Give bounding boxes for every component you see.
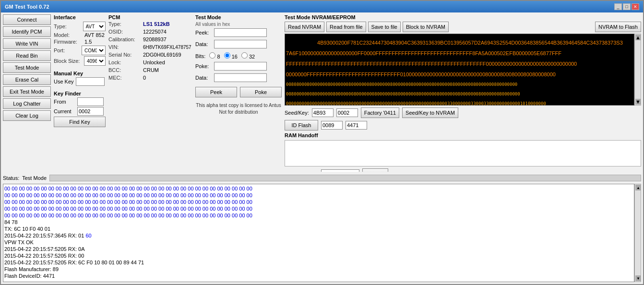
- find-key-button[interactable]: Find Key: [54, 117, 106, 127]
- ram-handoff-label: RAM Handoff: [285, 132, 641, 138]
- log-scroll-down[interactable]: ▼: [635, 275, 641, 281]
- nvram-scroll-down[interactable]: ▼: [635, 99, 641, 105]
- use-key-input[interactable]: [76, 77, 105, 86]
- erase-cal-button[interactable]: Erase Cal: [3, 74, 51, 85]
- read-from-file-button[interactable]: Read from file: [326, 22, 366, 32]
- poke-data-input[interactable]: [214, 73, 267, 82]
- pcm-calibration-value: 92088937: [143, 36, 167, 42]
- identify-pcm-button[interactable]: Identify PCM: [3, 26, 51, 37]
- current-input[interactable]: [77, 107, 104, 116]
- window-title: GM Test Tool 0.72: [5, 4, 49, 10]
- list-item: 00 00 00 00 00 00 00 00 00 00 00 00 00 0…: [4, 185, 633, 192]
- close-button[interactable]: ✕: [632, 3, 639, 10]
- maximize-button[interactable]: □: [623, 3, 631, 10]
- pcm-lock-value: Unlocked: [143, 59, 165, 65]
- interface-label: Interface: [54, 14, 106, 20]
- nvram-scroll-up[interactable]: ▲: [635, 35, 641, 40]
- pcm-label: PCM: [108, 14, 192, 20]
- from-input[interactable]: [77, 97, 104, 106]
- bit16-label[interactable]: 16: [224, 52, 238, 59]
- log-chatter-button[interactable]: Log Chatter: [3, 98, 51, 109]
- execute-button[interactable]: Execute: [362, 168, 388, 172]
- minimize-button[interactable]: _: [614, 3, 622, 10]
- manual-key-label: Manual Key: [54, 71, 106, 76]
- log-highlight: 60: [85, 233, 91, 238]
- pcm-bcc-value: CRUM: [143, 67, 159, 73]
- titlebar-buttons: _ □ ✕: [614, 3, 639, 10]
- port-label: Port:: [54, 48, 80, 53]
- id-flash-val2-input[interactable]: [346, 121, 367, 130]
- block-size-select[interactable]: 4096: [84, 56, 106, 66]
- exit-test-mode-button[interactable]: Exit Test Mode: [3, 86, 51, 97]
- factory-0411-button[interactable]: Factory '0411: [361, 107, 399, 118]
- seed-key-section: Seed/Key: Factory '0411 Seed/Key to NVRA…: [285, 107, 641, 118]
- list-item: 84 78: [4, 219, 633, 226]
- test-mode-button[interactable]: Test Mode: [3, 62, 51, 73]
- log-scroll-up[interactable]: ▲: [635, 185, 641, 190]
- current-label: Current: [54, 108, 75, 114]
- read-bin-button[interactable]: Read Bin: [3, 50, 51, 61]
- pcm-section: PCM Type: LS1 512kB OSID: 12225074 Calib…: [108, 14, 192, 172]
- port-select[interactable]: COM3: [82, 46, 106, 55]
- pcm-vin-value: 6H8VTK69FXL478757: [143, 45, 191, 50]
- list-item: 2015-04-22 20:15:57:3645 RX: 01 60: [4, 232, 633, 239]
- peek-button[interactable]: Peek: [195, 87, 237, 97]
- test-mode-section: Test Mode All values in hex Peek: Data: …: [195, 14, 282, 172]
- nvram-display: 4B93000200F781C232444730483904C363931363…: [285, 34, 634, 106]
- hex-note: All values in hex: [195, 22, 282, 27]
- load-address-label: Load Address:: [285, 171, 318, 172]
- key-value-input[interactable]: [336, 108, 358, 117]
- pcm-calibration-label: Calibration:: [108, 36, 141, 42]
- seed-key-nvram-button[interactable]: Seed/Key to NVRAM: [402, 107, 458, 118]
- pcm-type-label: Type:: [108, 21, 141, 27]
- pcm-vin-label: VIN:: [108, 44, 141, 50]
- poke-button[interactable]: Poke: [240, 87, 282, 97]
- interface-type-select[interactable]: AVT: [83, 22, 106, 31]
- write-vin-button[interactable]: Write VIN: [3, 38, 51, 49]
- progress-bar: [49, 175, 641, 181]
- read-nvram-button[interactable]: Read NVRAM: [285, 22, 324, 32]
- load-address-input[interactable]: [321, 169, 359, 172]
- log-scrollbar[interactable]: ▲ ▼: [634, 184, 641, 282]
- poke-data-label: Data:: [195, 75, 212, 81]
- license-text: This alpha test copy is licensed to Antu…: [195, 103, 282, 108]
- model-value: AVT 852: [84, 32, 105, 38]
- list-item: Flash Manufacturer: 89: [4, 266, 633, 273]
- poke-addr-input[interactable]: [214, 62, 267, 71]
- from-label: From: [54, 99, 75, 105]
- status-bar: Status: Test Mode: [3, 174, 641, 182]
- nvram-scroll-track[interactable]: [635, 41, 641, 98]
- bit32-label[interactable]: 32: [241, 52, 255, 59]
- clear-log-button[interactable]: Clear Log: [3, 110, 51, 121]
- connect-button[interactable]: Connect: [3, 14, 51, 25]
- bit8-label[interactable]: 8: [209, 52, 220, 59]
- pcm-bcc-label: BCC:: [108, 67, 141, 73]
- bit8-radio[interactable]: [209, 52, 215, 59]
- bits-label: Bits:: [195, 53, 205, 59]
- firmware-label: Firmware:: [54, 39, 83, 45]
- key-finder-section: Key Finder From Current Find Key: [54, 91, 106, 127]
- log-scroll-track[interactable]: [635, 191, 641, 275]
- list-item: 2015-04-22 20:15:57:5205 RX: 00: [4, 252, 633, 259]
- pcm-serial-label: Serial No:: [108, 52, 141, 58]
- right-section: Test Mode NVRAM/EEPROM Read NVRAM Read f…: [285, 14, 641, 172]
- save-to-file-button[interactable]: Save to file: [368, 22, 401, 32]
- block-to-nvram-button[interactable]: Block to NVRAM: [403, 22, 449, 32]
- bit32-radio[interactable]: [241, 52, 248, 59]
- pcm-osid-value: 12225074: [143, 29, 167, 35]
- peek-data-input[interactable]: [214, 40, 267, 48]
- id-flash-val1-input[interactable]: [321, 121, 343, 130]
- list-item: 00 00 00 00 00 00 00 00 00 00 00 00 00 0…: [4, 205, 633, 212]
- nvram-scrollbar[interactable]: ▲ ▼: [634, 34, 641, 106]
- list-item: Flash DeviceID: 4471: [4, 273, 633, 279]
- seed-value-input[interactable]: [312, 108, 334, 117]
- bit16-radio[interactable]: [224, 52, 230, 59]
- firmware-value: 1.5: [84, 39, 92, 45]
- nvram-to-flash-button[interactable]: NVRAM to Flash: [595, 22, 641, 32]
- log-area: 00 00 00 00 00 00 00 00 00 00 00 00 00 0…: [3, 184, 634, 282]
- list-item: 2015-04-22 20:15:57:5205 RX: 6C F0 10 80…: [4, 259, 633, 266]
- peek-data-label: Data:: [195, 41, 212, 47]
- id-flash-button[interactable]: ID Flash: [285, 120, 318, 131]
- test-mode-label: Test Mode: [195, 14, 282, 20]
- peek-addr-input[interactable]: [214, 28, 267, 37]
